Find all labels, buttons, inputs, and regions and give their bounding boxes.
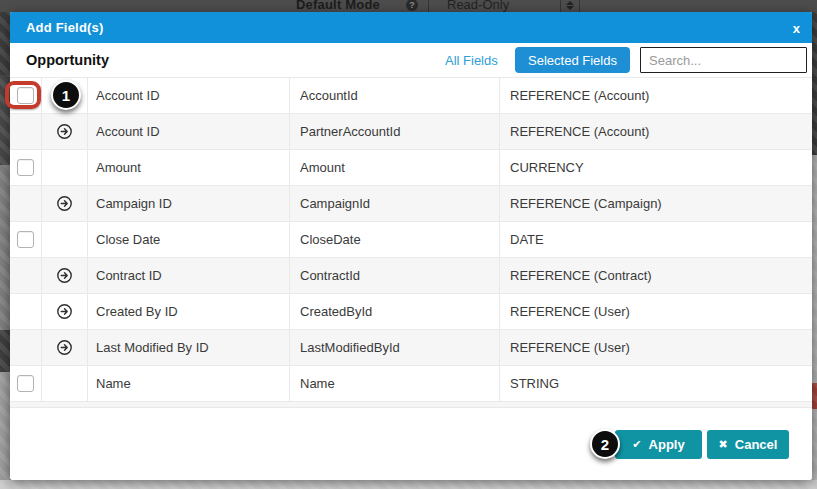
- field-api-cell: CreatedById: [290, 294, 500, 329]
- table-row: Last Modified By IDLastModifiedByIdREFER…: [10, 329, 812, 365]
- checkbox-cell: [10, 366, 42, 401]
- field-label-cell: Contract ID: [88, 258, 290, 293]
- field-api-cell: Amount: [290, 150, 500, 185]
- help-icon: ?: [406, 0, 418, 11]
- modal-toolbar: Opportunity All Fields Selected Fields: [10, 43, 812, 77]
- backdrop-band: [0, 480, 817, 489]
- search-input[interactable]: [640, 47, 807, 73]
- field-label-cell: Amount: [88, 150, 290, 185]
- modal-title: Add Field(s): [26, 20, 104, 35]
- checkbox-cell: [10, 294, 42, 329]
- reference-cell: [42, 330, 88, 365]
- background-topbar: Default Mode ? Read-Only: [0, 0, 817, 12]
- table-row: Account IDPartnerAccountIdREFERENCE (Acc…: [10, 113, 812, 149]
- x-icon: ✖: [719, 438, 728, 451]
- read-only-value: Read-Only: [447, 0, 509, 12]
- reference-cell: [42, 258, 88, 293]
- field-label-cell: Close Date: [88, 222, 290, 257]
- field-type-cell: REFERENCE (User): [500, 294, 812, 329]
- add-fields-modal: Add Field(s) x Opportunity All Fields Se…: [10, 12, 812, 480]
- checkbox-cell: [10, 114, 42, 149]
- tab-all-fields[interactable]: All Fields: [445, 53, 498, 68]
- reference-arrow-icon[interactable]: [56, 303, 73, 320]
- backdrop-band: [0, 372, 10, 480]
- row-checkbox[interactable]: [17, 375, 34, 392]
- field-type-cell: CURRENCY: [500, 150, 812, 185]
- reference-cell: [42, 150, 88, 185]
- reference-arrow-icon[interactable]: [56, 267, 73, 284]
- apply-button-label: Apply: [649, 437, 685, 452]
- table-row: Close DateCloseDateDATE: [10, 221, 812, 257]
- table-partial-row: [10, 401, 812, 408]
- callout-step-1: 1: [51, 80, 81, 110]
- field-api-cell: LastModifiedById: [290, 330, 500, 365]
- screenshot-root: Default Mode ? Read-Only Add Field(s) x …: [0, 0, 817, 489]
- checkbox-cell: [10, 222, 42, 257]
- reference-arrow-icon[interactable]: [56, 123, 73, 140]
- field-api-cell: CampaignId: [290, 186, 500, 221]
- field-type-cell: REFERENCE (Account): [500, 114, 812, 149]
- field-api-cell: ContractId: [290, 258, 500, 293]
- checkbox-cell: [10, 258, 42, 293]
- field-type-cell: STRING: [500, 366, 812, 401]
- object-name: Opportunity: [26, 52, 109, 68]
- table-row: AmountAmountCURRENCY: [10, 149, 812, 185]
- table-row: NameNameSTRING: [10, 365, 812, 401]
- backdrop-band: [0, 165, 10, 330]
- field-label-cell: Campaign ID: [88, 186, 290, 221]
- reference-arrow-icon[interactable]: [56, 195, 73, 212]
- close-icon[interactable]: x: [793, 21, 800, 34]
- tab-selected-fields[interactable]: Selected Fields: [515, 47, 630, 73]
- reference-arrow-icon[interactable]: [56, 339, 73, 356]
- table-row: Created By IDCreatedByIdREFERENCE (User): [10, 293, 812, 329]
- field-label-cell: Account ID: [88, 78, 290, 113]
- checkbox-cell: [10, 150, 42, 185]
- select-stepper-icon: [560, 0, 580, 12]
- reference-cell: [42, 186, 88, 221]
- field-label-cell: Created By ID: [88, 294, 290, 329]
- reference-cell: [42, 366, 88, 401]
- divider: [428, 0, 429, 12]
- field-api-cell: AccountId: [290, 78, 500, 113]
- callout-step-2: 2: [590, 429, 620, 459]
- field-api-cell: Name: [290, 366, 500, 401]
- field-type-cell: REFERENCE (User): [500, 330, 812, 365]
- reference-cell: [42, 294, 88, 329]
- apply-button[interactable]: ✔ Apply: [615, 430, 702, 459]
- checkbox-cell: [10, 330, 42, 365]
- field-type-cell: REFERENCE (Account): [500, 78, 812, 113]
- backdrop-band: [0, 12, 10, 75]
- field-api-cell: PartnerAccountId: [290, 114, 500, 149]
- field-type-cell: DATE: [500, 222, 812, 257]
- table-row: Account IDAccountIdREFERENCE (Account): [10, 77, 812, 113]
- reference-cell: [42, 114, 88, 149]
- table-row: Campaign IDCampaignIdREFERENCE (Campaign…: [10, 185, 812, 221]
- row-checkbox[interactable]: [17, 231, 34, 248]
- checkbox-cell: [10, 186, 42, 221]
- check-icon: ✔: [632, 438, 641, 451]
- table-row: Contract IDContractIdREFERENCE (Contract…: [10, 257, 812, 293]
- field-label-cell: Account ID: [88, 114, 290, 149]
- field-type-cell: REFERENCE (Campaign): [500, 186, 812, 221]
- field-api-cell: CloseDate: [290, 222, 500, 257]
- field-type-cell: REFERENCE (Contract): [500, 258, 812, 293]
- row-checkbox[interactable]: [17, 159, 34, 176]
- field-label-cell: Last Modified By ID: [88, 330, 290, 365]
- checkbox-highlight-annotation: [5, 81, 41, 109]
- field-table: Account IDAccountIdREFERENCE (Account)Ac…: [10, 77, 812, 401]
- backdrop-band: [0, 330, 10, 372]
- cancel-button-label: Cancel: [735, 437, 778, 452]
- field-label-cell: Name: [88, 366, 290, 401]
- default-mode-label: Default Mode: [296, 0, 380, 12]
- reference-cell: [42, 222, 88, 257]
- cancel-button[interactable]: ✖ Cancel: [707, 430, 789, 459]
- modal-header: Add Field(s) x: [10, 12, 812, 43]
